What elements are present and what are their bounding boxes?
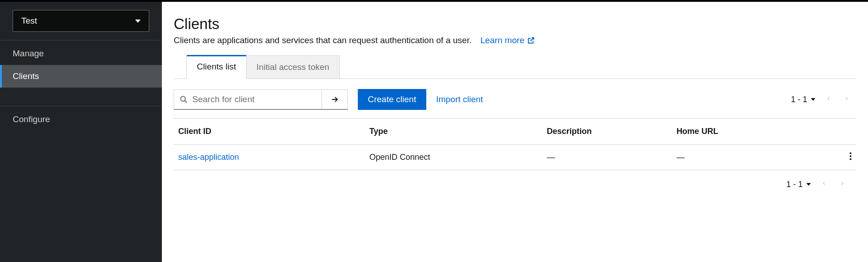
spacer — [0, 88, 162, 106]
learn-more-link[interactable]: Learn more — [480, 35, 535, 45]
col-actions — [838, 119, 856, 145]
section-manage: Manage — [0, 40, 162, 65]
arrow-right-icon — [330, 95, 339, 104]
caret-down-icon — [806, 183, 811, 186]
chevron-right-icon — [839, 180, 845, 187]
toolbar: Create client Import client 1 - 1 — [174, 89, 856, 118]
tab-initial-access-token[interactable]: Initial access token — [246, 55, 340, 79]
import-client-button[interactable]: Import client — [436, 94, 483, 104]
svg-point-3 — [850, 158, 852, 160]
table-header-row: Client ID Type Description Home URL — [174, 119, 856, 145]
pagination-prev[interactable] — [824, 94, 834, 105]
pagination-range-toggle[interactable]: 1 - 1 — [791, 95, 815, 104]
pagination-top: 1 - 1 — [791, 94, 856, 105]
search-input[interactable] — [192, 94, 316, 104]
search-group — [174, 89, 348, 110]
clients-table: Client ID Type Description Home URL sale… — [174, 118, 856, 170]
pagination-next[interactable] — [842, 94, 852, 105]
cell-type: OpenID Connect — [365, 145, 542, 170]
client-id-link[interactable]: sales-application — [178, 153, 239, 162]
create-client-button[interactable]: Create client — [358, 89, 426, 110]
pagination-bottom: 1 - 1 — [174, 170, 856, 198]
sidebar: Test Manage Clients Configure — [0, 2, 162, 262]
sidebar-item-label: Clients — [13, 71, 39, 81]
svg-point-1 — [850, 153, 852, 154]
pagination-prev[interactable] — [819, 178, 829, 190]
svg-point-0 — [180, 96, 185, 101]
search-box — [174, 90, 322, 109]
col-type: Type — [365, 119, 542, 145]
search-icon — [180, 95, 188, 104]
page-description: Clients are applications and services th… — [174, 35, 856, 45]
cell-home-url: — — [672, 145, 838, 170]
chevron-right-icon — [844, 95, 850, 102]
page-title: Clients — [174, 15, 856, 33]
tabs: Clients list Initial access token — [174, 55, 856, 79]
caret-down-icon — [811, 98, 815, 101]
chevron-left-icon — [821, 180, 827, 187]
external-link-icon — [527, 36, 535, 44]
cell-description: — — [542, 145, 672, 170]
realm-selector[interactable]: Test — [13, 10, 149, 32]
realm-name: Test — [21, 16, 37, 26]
col-description: Description — [542, 119, 672, 145]
row-actions-button[interactable] — [838, 145, 856, 170]
pagination-next[interactable] — [837, 178, 847, 190]
table-row: sales-application OpenID Connect — — — [174, 145, 856, 170]
col-home-url: Home URL — [672, 119, 838, 145]
main-content: Clients Clients are applications and ser… — [162, 2, 868, 262]
kebab-icon — [849, 152, 852, 160]
svg-point-2 — [850, 155, 852, 157]
caret-down-icon — [135, 20, 141, 23]
section-configure: Configure — [0, 106, 162, 131]
chevron-left-icon — [825, 95, 832, 102]
pagination-range-toggle[interactable]: 1 - 1 — [786, 180, 811, 189]
tab-clients-list[interactable]: Clients list — [186, 55, 247, 79]
sidebar-item-clients[interactable]: Clients — [0, 65, 162, 88]
col-client-id: Client ID — [174, 119, 365, 145]
search-submit-button[interactable] — [322, 90, 347, 109]
